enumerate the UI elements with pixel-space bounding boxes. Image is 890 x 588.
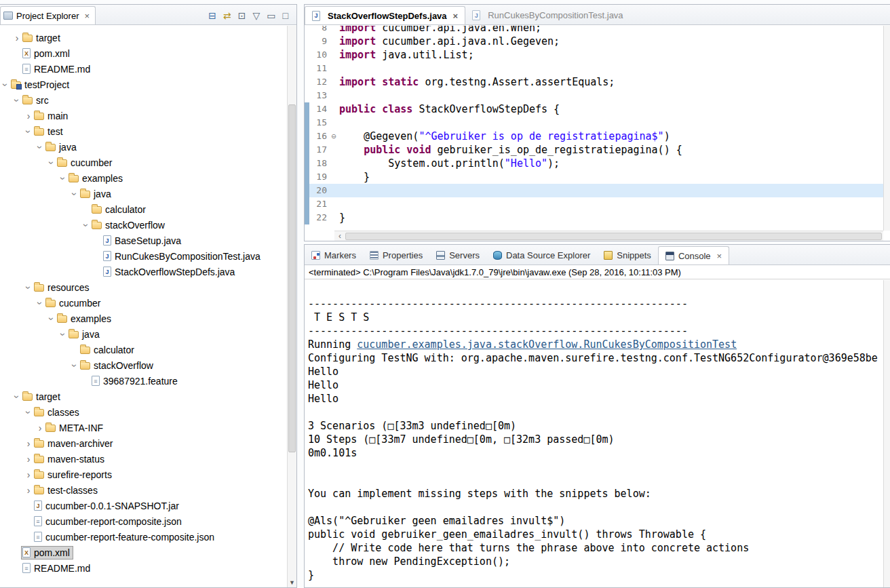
editor-line-8[interactable]: 8import cucumber.api.java.en.When; [305,26,883,35]
tree-item-classes[interactable]: ›classes [0,404,287,420]
expand-chevron-icon[interactable]: › [24,439,33,448]
tree-item-meta-inf[interactable]: ›META-INF [0,420,287,435]
collapse-all-icon[interactable]: ⊟ [208,11,216,20]
editor-line-12[interactable]: 12import static org.testng.Assert.assert… [305,75,883,89]
tree-item-main[interactable]: ›main [0,108,287,123]
tree-item-basesetup-java[interactable]: ›JBaseSetup.java [0,233,287,248]
tree-item-test-classes[interactable]: ›test-classes [0,482,287,498]
collapse-chevron-icon[interactable]: › [12,393,22,401]
view-tab-snippets[interactable]: Snippets [597,246,658,264]
editor-line-17[interactable]: 17 public void gebruiker_is_op_de_regist… [305,143,883,157]
minimize-icon[interactable]: ▭ [267,11,275,20]
editor-line-11[interactable]: 11 [305,62,883,75]
focus-on-active-task-icon[interactable]: ⊡ [238,11,246,20]
editor-line-18[interactable]: 18 System.out.println("Hello"); [305,157,883,170]
editor-content[interactable]: 8import cucumber.api.java.en.When;9impor… [305,26,883,231]
tree-item-cucumber-report-feature-composite-json[interactable]: ›≡cucumber-report-feature-composite.json [0,529,287,545]
fold-collapse-icon[interactable]: ⊖ [328,130,339,143]
tree-item-surefire-reports[interactable]: ›surefire-reports [0,467,287,482]
collapse-chevron-icon[interactable]: › [35,299,45,307]
expand-chevron-icon[interactable]: › [36,423,44,433]
tree-item-cucumber[interactable]: ›cucumber [0,155,287,170]
collapse-chevron-icon[interactable]: › [24,408,33,416]
view-tab-properties[interactable]: Properties [363,246,429,264]
view-tab-data-source-explorer[interactable]: Data Source Explorer [486,246,597,264]
tree-item-maven-status[interactable]: ›maven-status [0,451,287,467]
collapse-chevron-icon[interactable]: › [47,159,56,167]
tree-item-target[interactable]: ›target [0,389,287,404]
editor-tab-runcukesbycompositiontest-java[interactable]: JRunCukesByCompositionTest.java [465,6,630,24]
tree-item-readme-md[interactable]: ›≡README.md [0,61,287,77]
tree-item-resources[interactable]: ›resources [0,279,287,295]
editor-horizontal-scrollbar[interactable]: ‹ [334,231,883,241]
view-tab-console[interactable]: Console× [658,246,729,264]
close-icon[interactable]: × [717,251,722,261]
collapse-chevron-icon[interactable]: › [24,128,33,136]
close-icon[interactable]: × [84,11,90,21]
editor-line-9[interactable]: 9import cucumber.api.java.nl.Gegeven; [305,35,883,48]
tree-item-stackoverflow[interactable]: ›stackOverflow [0,357,287,373]
editor-line-22[interactable]: 22} [305,211,883,224]
collapse-chevron-icon[interactable]: › [58,330,68,338]
tree-item-maven-archiver[interactable]: ›maven-archiver [0,435,287,451]
scroll-left-icon[interactable]: ‹ [334,231,345,241]
collapse-chevron-icon[interactable]: › [70,190,79,198]
project-explorer-tab[interactable]: Project Explorer × [0,6,96,24]
tree-item-examples[interactable]: ›examples [0,170,287,186]
expand-chevron-icon[interactable]: › [24,111,33,121]
tree-item-calculator[interactable]: ›calculator [0,342,287,357]
tree-item-cucumber-0-0-1-snapshot-jar[interactable]: ›Jcucumber-0.0.1-SNAPSHOT.jar [0,498,287,513]
editor-line-19[interactable]: 19 } [305,170,883,184]
console-vertical-scrollbar[interactable] [883,280,890,587]
collapse-chevron-icon[interactable]: › [35,143,45,151]
scrollbar-thumb[interactable] [288,104,296,452]
tree-item-runcukesbycompositiontest-java[interactable]: ›JRunCukesByCompositionTest.java [0,248,287,264]
maximize-icon[interactable]: □ [283,11,288,20]
tree-item-java[interactable]: ›java [0,326,287,342]
tree-item-test[interactable]: ›test [0,123,287,139]
collapse-chevron-icon[interactable]: › [1,81,10,89]
link-with-editor-icon[interactable]: ⇄ [223,11,231,20]
tree-item-examples[interactable]: ›examples [0,311,287,326]
tree-item-java[interactable]: ›java [0,139,287,155]
editor-line-10[interactable]: 10import java.util.List; [305,48,883,62]
tree-item-src[interactable]: ›src [0,92,287,108]
collapse-chevron-icon[interactable]: › [47,315,56,323]
collapse-chevron-icon[interactable]: › [58,174,68,182]
view-menu-icon[interactable]: ▽ [253,11,260,20]
tree-item-calculator[interactable]: ›calculator [0,201,287,217]
expand-chevron-icon[interactable]: › [24,454,33,464]
tree-item-cucumber-report-composite-json[interactable]: ›≡cucumber-report-composite.json [0,513,287,529]
scroll-down-icon[interactable]: ▼ [288,579,296,586]
editor-line-14[interactable]: 14public class StackOverflowStepDefs { [305,102,883,116]
expand-chevron-icon[interactable]: › [13,33,21,43]
tree-item-java[interactable]: ›java [0,186,287,201]
close-icon[interactable]: × [453,11,459,21]
tree-item-stackoverflow[interactable]: ›stackOverflow [0,217,287,233]
tree-item-cucumber[interactable]: ›cucumber [0,295,287,311]
editor-line-15[interactable]: 15 [305,116,883,130]
tree-item-readme-md[interactable]: ›≡README.md [0,560,287,576]
collapse-chevron-icon[interactable]: › [24,283,33,292]
editor-line-13[interactable]: 13 [305,89,883,102]
collapse-chevron-icon[interactable]: › [12,96,22,104]
view-tab-markers[interactable]: Markers [305,246,363,264]
tree-item-stackoverflowstepdefs-java[interactable]: ›JStackOverflowStepDefs.java [0,264,287,279]
collapse-chevron-icon[interactable]: › [70,361,79,370]
tree-item-pom-xml[interactable]: ›Xpom.xml [0,545,287,560]
expand-chevron-icon[interactable]: › [24,470,33,479]
scrollbar-thumb[interactable] [345,233,882,240]
console-link[interactable]: cucumber.examples.java.stackOverflow.Run… [357,338,737,351]
console-output[interactable]: ----------------------------------------… [305,280,883,587]
view-tab-servers[interactable]: Servers [429,246,486,264]
editor-tab-stackoverflowstepdefs-java[interactable]: JStackOverflowStepDefs.java× [305,6,465,24]
tree-item-testproject[interactable]: ›testProject [0,77,287,92]
tree-item-39687921-feature[interactable]: ›≡39687921.feature [0,373,287,389]
tree-item-target[interactable]: ›target [0,30,287,45]
tree-item-pom-xml[interactable]: ›Xpom.xml [0,45,287,61]
editor-line-21[interactable]: 21 [305,197,883,211]
collapse-chevron-icon[interactable]: › [81,221,91,229]
project-tree-scrollbar[interactable]: ▼ [287,26,296,587]
editor-line-16[interactable]: 16⊖ @Gegeven("^Gebruiker is op de regist… [305,130,883,143]
expand-chevron-icon[interactable]: › [24,486,33,495]
